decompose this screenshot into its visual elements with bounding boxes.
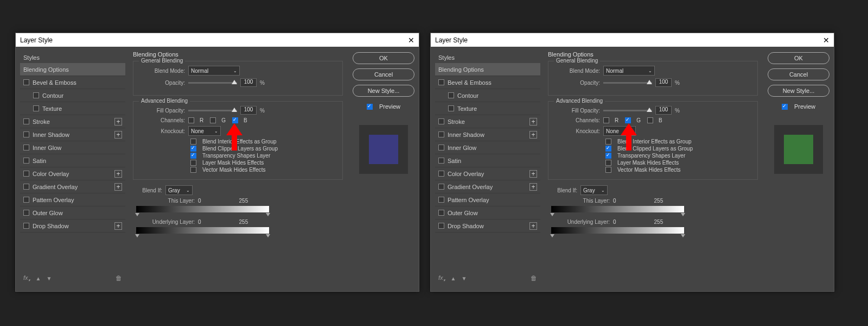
adv-option-checkbox[interactable] [190,160,196,166]
blend-mode-select[interactable]: Normal⌄ [188,66,240,76]
style-checkbox[interactable] [23,145,29,151]
style-item-satin[interactable]: Satin [20,154,125,167]
fill-opacity-input[interactable]: 100 [655,106,672,115]
adv-option-checkbox[interactable] [605,139,611,145]
move-down-icon[interactable]: ▼ [46,275,52,281]
style-item-color-overlay[interactable]: Color Overlay+ [435,167,540,180]
adv-option[interactable]: Blend Interior Effects as Group [605,139,752,145]
style-checkbox[interactable] [23,197,29,203]
new-style-button[interactable]: New Style... [353,85,414,97]
style-checkbox[interactable] [438,131,444,137]
style-checkbox[interactable] [438,171,444,177]
style-checkbox[interactable] [438,145,444,151]
preview-checkbox[interactable] [367,104,373,110]
this-layer-gradient[interactable] [136,206,269,212]
style-item-contour[interactable]: Contour [20,89,125,102]
new-style-button[interactable]: New Style... [768,85,829,97]
ok-button[interactable]: OK [353,52,414,64]
knockout-select[interactable]: None⌄ [188,126,221,136]
ok-button[interactable]: OK [768,52,829,64]
style-item-satin[interactable]: Satin [435,154,540,167]
style-item-pattern-overlay[interactable]: Pattern Overlay [435,193,540,206]
style-item-drop-shadow[interactable]: Drop Shadow+ [435,220,540,233]
style-checkbox[interactable] [438,197,444,203]
style-item-texture[interactable]: Texture [435,102,540,115]
adv-option[interactable]: Vector Mask Hides Effects [190,167,337,173]
channel-r-checkbox[interactable] [603,117,609,123]
titlebar[interactable]: Layer Style ✕ [431,33,834,47]
opacity-slider[interactable] [188,82,237,84]
titlebar[interactable]: Layer Style ✕ [16,33,419,47]
underlying-gradient[interactable] [136,227,269,234]
style-checkbox[interactable] [438,184,444,190]
style-item-bevel-emboss[interactable]: Bevel & Emboss [435,76,540,89]
style-checkbox[interactable] [23,184,29,190]
opacity-input[interactable]: 100 [655,78,672,87]
style-checkbox[interactable] [23,171,29,177]
style-item-blending-options[interactable]: Blending Options [435,63,540,76]
style-checkbox[interactable] [23,118,29,124]
add-effect-button[interactable]: + [114,183,122,191]
style-item-inner-glow[interactable]: Inner Glow [20,141,125,154]
add-effect-button[interactable]: + [114,131,122,139]
style-checkbox[interactable] [33,105,39,111]
style-checkbox[interactable] [23,210,29,216]
move-up-icon[interactable]: ▲ [36,275,41,281]
move-up-icon[interactable]: ▲ [451,275,456,281]
fill-opacity-input[interactable]: 100 [240,106,257,115]
style-item-outer-glow[interactable]: Outer Glow [435,206,540,220]
style-item-inner-shadow[interactable]: Inner Shadow+ [435,128,540,141]
fx-icon[interactable]: fx▾ [438,274,445,283]
add-effect-button[interactable]: + [114,222,122,230]
style-item-inner-glow[interactable]: Inner Glow [435,141,540,154]
style-checkbox[interactable] [448,92,454,98]
style-checkbox[interactable] [23,223,29,229]
style-item-outer-glow[interactable]: Outer Glow [20,206,125,220]
style-item-drop-shadow[interactable]: Drop Shadow+ [20,220,125,233]
adv-option[interactable]: Transparency Shapes Layer [190,153,337,159]
add-effect-button[interactable]: + [529,222,537,230]
preview-checkbox[interactable] [782,104,788,110]
adv-option-checkbox[interactable] [190,139,196,145]
adv-option[interactable]: Transparency Shapes Layer [605,153,752,159]
style-checkbox[interactable] [438,79,444,85]
style-checkbox[interactable] [448,105,454,111]
opacity-input[interactable]: 100 [240,78,257,87]
adv-option[interactable]: Layer Mask Hides Effects [190,160,337,166]
add-effect-button[interactable]: + [529,118,537,126]
blendif-select[interactable]: Gray⌄ [165,185,193,195]
cancel-button[interactable]: Cancel [768,68,829,80]
fill-opacity-slider[interactable] [188,110,237,111]
adv-option[interactable]: Blend Clipped Layers as Group [190,146,337,152]
add-effect-button[interactable]: + [529,183,537,191]
style-checkbox[interactable] [438,118,444,124]
knockout-select[interactable]: None⌄ [603,126,636,136]
this-layer-gradient[interactable] [551,206,684,212]
style-item-gradient-overlay[interactable]: Gradient Overlay+ [435,180,540,193]
adv-option-checkbox[interactable] [190,146,196,152]
adv-option[interactable]: Blend Clipped Layers as Group [605,146,752,152]
style-checkbox[interactable] [438,158,444,164]
style-checkbox[interactable] [23,79,29,85]
style-checkbox[interactable] [23,131,29,137]
adv-option-checkbox[interactable] [605,167,611,173]
adv-option-checkbox[interactable] [190,167,196,173]
fx-icon[interactable]: fx▾ [23,274,30,283]
adv-option[interactable]: Layer Mask Hides Effects [605,160,752,166]
blend-mode-select[interactable]: Normal⌄ [603,66,655,76]
style-item-contour[interactable]: Contour [435,89,540,102]
add-effect-button[interactable]: + [529,170,537,178]
style-item-texture[interactable]: Texture [20,102,125,115]
adv-option[interactable]: Blend Interior Effects as Group [190,139,337,145]
cancel-button[interactable]: Cancel [353,68,414,80]
channel-g-checkbox[interactable] [625,117,631,123]
style-item-bevel-emboss[interactable]: Bevel & Emboss [20,76,125,89]
style-item-stroke[interactable]: Stroke+ [435,115,540,128]
adv-option[interactable]: Vector Mask Hides Effects [605,167,752,173]
add-effect-button[interactable]: + [114,170,122,178]
add-effect-button[interactable]: + [529,131,537,139]
move-down-icon[interactable]: ▼ [461,275,467,281]
style-checkbox[interactable] [438,210,444,216]
fill-opacity-slider[interactable] [603,110,652,111]
style-item-color-overlay[interactable]: Color Overlay+ [20,167,125,180]
